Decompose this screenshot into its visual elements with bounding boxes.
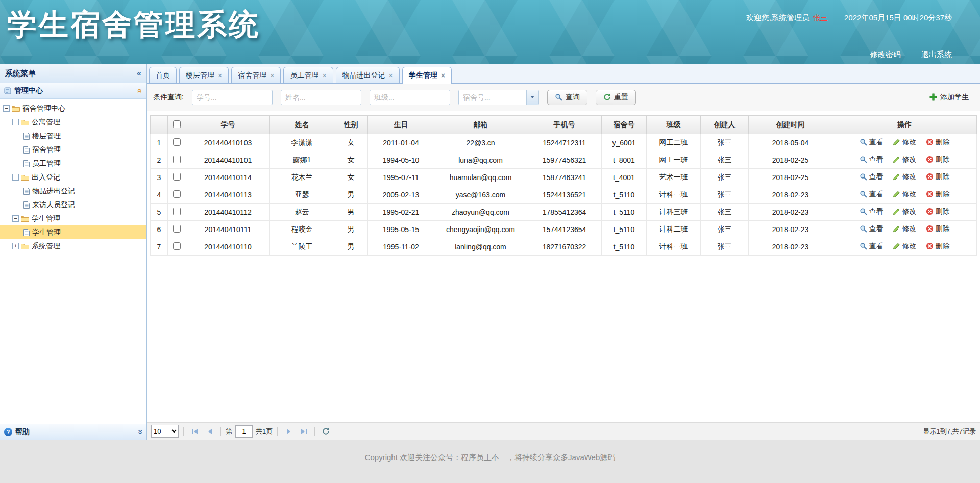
delete-action[interactable]: 删除 bbox=[926, 224, 950, 234]
name-input[interactable] bbox=[281, 90, 361, 105]
column-header[interactable]: 性别 bbox=[334, 116, 368, 134]
action-label: 查看 bbox=[869, 190, 884, 199]
column-header[interactable]: 邮箱 bbox=[434, 116, 527, 134]
search-button[interactable]: 查询 bbox=[547, 90, 587, 105]
tab[interactable]: 楼层管理× bbox=[179, 67, 229, 83]
student-id-input[interactable] bbox=[192, 90, 273, 105]
edit-action[interactable]: 修改 bbox=[893, 172, 917, 182]
tab[interactable]: 首页 bbox=[149, 67, 177, 83]
row-checkbox[interactable] bbox=[173, 156, 181, 163]
expand-node-icon[interactable]: + bbox=[12, 243, 19, 249]
view-action[interactable]: 查看 bbox=[860, 207, 884, 216]
action-label: 删除 bbox=[936, 155, 950, 164]
edit-action[interactable]: 修改 bbox=[893, 242, 917, 251]
tab-close-icon[interactable]: × bbox=[322, 72, 326, 79]
table-row[interactable]: 1201440410103李潇潇女2011-01-0422@3.cn152447… bbox=[151, 134, 977, 151]
delete-action[interactable]: 删除 bbox=[926, 155, 950, 164]
sidebar-collapse-icon[interactable]: « bbox=[137, 69, 141, 78]
reset-button[interactable]: 重置 bbox=[596, 90, 636, 105]
tree-node[interactable]: −宿舍管理中心 bbox=[0, 101, 146, 115]
delete-action[interactable]: 删除 bbox=[926, 207, 950, 216]
column-header[interactable]: 宿舍号 bbox=[602, 116, 647, 134]
table-row[interactable]: 2201440410101露娜1女1994-05-10luna@qq.com15… bbox=[151, 151, 977, 169]
refresh-button[interactable] bbox=[320, 425, 332, 438]
row-checkbox[interactable] bbox=[173, 208, 181, 215]
edit-action[interactable]: 修改 bbox=[893, 138, 917, 147]
tree-node[interactable]: 楼层管理 bbox=[0, 129, 146, 143]
column-header[interactable]: 手机号 bbox=[527, 116, 602, 134]
logout-link[interactable]: 退出系统 bbox=[921, 50, 952, 59]
last-page-button[interactable] bbox=[298, 425, 310, 438]
prev-page-button[interactable] bbox=[204, 425, 216, 438]
delete-action[interactable]: 删除 bbox=[926, 242, 950, 251]
tree-node[interactable]: −公寓管理 bbox=[0, 115, 146, 129]
collapse-panel-icon[interactable]: « bbox=[136, 89, 144, 93]
row-checkbox[interactable] bbox=[173, 190, 181, 198]
column-header[interactable]: 学号 bbox=[186, 116, 270, 134]
view-action[interactable]: 查看 bbox=[860, 224, 884, 234]
tree-node[interactable]: 学生管理 bbox=[0, 225, 146, 239]
expand-help-icon[interactable]: « bbox=[136, 430, 144, 435]
tab-label: 员工管理 bbox=[290, 71, 318, 80]
column-header[interactable]: 创建时间 bbox=[749, 116, 832, 134]
table-row[interactable]: 4201440410113亚瑟男2005-02-13yase@163.com15… bbox=[151, 186, 977, 204]
tree-node[interactable]: −学生管理 bbox=[0, 212, 146, 225]
select-all-checkbox[interactable] bbox=[173, 120, 181, 128]
page-size-select[interactable]: 10 bbox=[151, 425, 179, 438]
edit-action[interactable]: 修改 bbox=[893, 224, 917, 234]
column-header[interactable]: 班级 bbox=[647, 116, 701, 134]
change-password-link[interactable]: 修改密码 bbox=[870, 50, 901, 59]
edit-action[interactable]: 修改 bbox=[893, 155, 917, 164]
help-bar[interactable]: ? 帮助 « bbox=[0, 424, 146, 440]
tab-close-icon[interactable]: × bbox=[389, 72, 393, 79]
combo-dropdown-icon[interactable] bbox=[526, 90, 538, 105]
class-input[interactable] bbox=[370, 90, 450, 105]
tab[interactable]: 员工管理× bbox=[283, 67, 333, 83]
edit-action[interactable]: 修改 bbox=[893, 190, 917, 199]
tree-node[interactable]: 物品进出登记 bbox=[0, 184, 146, 198]
table-row[interactable]: 7201440410110兰陵王男1995-11-02lanling@qq.co… bbox=[151, 238, 977, 256]
column-header[interactable]: 创建人 bbox=[701, 116, 749, 134]
next-page-button[interactable] bbox=[282, 425, 295, 438]
column-header[interactable]: 生日 bbox=[368, 116, 434, 134]
table-row[interactable]: 3201440410114花木兰女1995-07-11huamulan@qq.c… bbox=[151, 169, 977, 186]
first-page-button[interactable] bbox=[188, 425, 201, 438]
view-action[interactable]: 查看 bbox=[860, 138, 884, 147]
view-action[interactable]: 查看 bbox=[860, 172, 884, 182]
column-header[interactable]: 姓名 bbox=[270, 116, 334, 134]
row-checkbox[interactable] bbox=[173, 225, 181, 233]
table-row[interactable]: 6201440410111程咬金男1995-05-15chengyaojin@q… bbox=[151, 221, 977, 238]
row-checkbox[interactable] bbox=[173, 173, 181, 181]
delete-action[interactable]: 删除 bbox=[926, 190, 950, 199]
tree-node[interactable]: 来访人员登记 bbox=[0, 198, 146, 212]
column-header[interactable]: 操作 bbox=[832, 116, 977, 134]
collapse-node-icon[interactable]: − bbox=[12, 119, 19, 125]
view-action[interactable]: 查看 bbox=[860, 242, 884, 251]
tab-close-icon[interactable]: × bbox=[218, 72, 222, 79]
tree-node[interactable]: 员工管理 bbox=[0, 157, 146, 170]
tab[interactable]: 物品进出登记× bbox=[336, 67, 400, 83]
tab-close-icon[interactable]: × bbox=[441, 72, 445, 79]
edit-action[interactable]: 修改 bbox=[893, 207, 917, 216]
tab-close-icon[interactable]: × bbox=[270, 72, 274, 79]
accordion-management-center[interactable]: 管理中心 « bbox=[0, 83, 146, 99]
cell-created: 2018-02-23 bbox=[749, 186, 832, 204]
collapse-node-icon[interactable]: − bbox=[3, 105, 10, 112]
row-checkbox[interactable] bbox=[173, 138, 181, 146]
view-action[interactable]: 查看 bbox=[860, 190, 884, 199]
view-action[interactable]: 查看 bbox=[860, 155, 884, 164]
add-student-button[interactable]: 添加学生 bbox=[929, 93, 969, 102]
collapse-node-icon[interactable]: − bbox=[12, 174, 19, 181]
collapse-node-icon[interactable]: − bbox=[12, 215, 19, 222]
tree-node[interactable]: +系统管理 bbox=[0, 239, 146, 253]
tree-node[interactable]: −出入登记 bbox=[0, 170, 146, 184]
delete-action[interactable]: 删除 bbox=[926, 138, 950, 147]
delete-action[interactable]: 删除 bbox=[926, 172, 950, 182]
page-number-input[interactable] bbox=[235, 425, 253, 438]
row-checkbox[interactable] bbox=[173, 242, 181, 250]
tree-node[interactable]: 宿舍管理 bbox=[0, 143, 146, 157]
tab[interactable]: 学生管理× bbox=[402, 67, 452, 84]
dorm-input[interactable] bbox=[459, 90, 526, 105]
tab[interactable]: 宿舍管理× bbox=[231, 67, 281, 83]
table-row[interactable]: 5201440410112赵云男1995-02-21zhaoyun@qq.com… bbox=[151, 204, 977, 221]
